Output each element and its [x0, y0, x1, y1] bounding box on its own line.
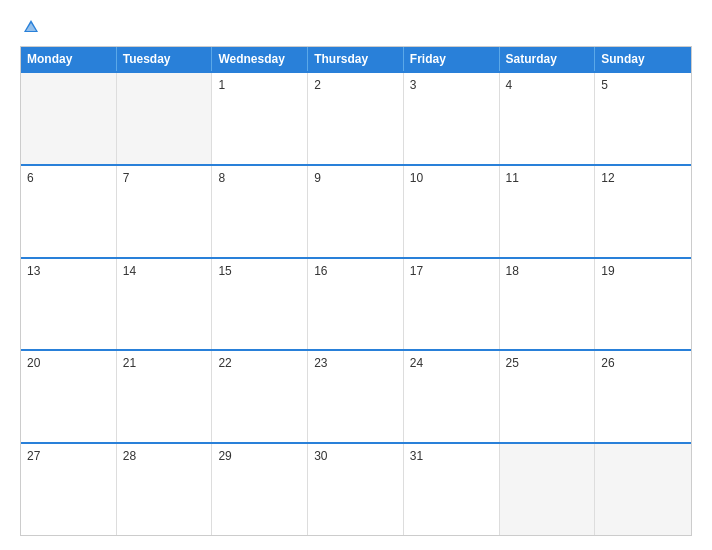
cal-cell-12: 12 — [595, 166, 691, 257]
cal-header-wednesday: Wednesday — [212, 47, 308, 71]
day-number: 5 — [601, 78, 685, 92]
cal-cell-2: 2 — [308, 73, 404, 164]
cal-header-friday: Friday — [404, 47, 500, 71]
cal-cell-27: 27 — [21, 444, 117, 535]
day-number: 27 — [27, 449, 110, 463]
cal-cell-7: 7 — [117, 166, 213, 257]
day-number: 19 — [601, 264, 685, 278]
calendar-week-3: 13141516171819 — [21, 257, 691, 350]
day-number: 17 — [410, 264, 493, 278]
cal-cell-22: 22 — [212, 351, 308, 442]
day-number: 26 — [601, 356, 685, 370]
cal-cell-10: 10 — [404, 166, 500, 257]
logo — [20, 18, 40, 36]
day-number: 8 — [218, 171, 301, 185]
cal-cell-24: 24 — [404, 351, 500, 442]
day-number: 22 — [218, 356, 301, 370]
day-number: 1 — [218, 78, 301, 92]
calendar-week-1: 12345 — [21, 71, 691, 164]
day-number: 30 — [314, 449, 397, 463]
day-number: 16 — [314, 264, 397, 278]
day-number: 15 — [218, 264, 301, 278]
day-number: 4 — [506, 78, 589, 92]
calendar-week-5: 2728293031 — [21, 442, 691, 535]
cal-cell-23: 23 — [308, 351, 404, 442]
cal-cell-8: 8 — [212, 166, 308, 257]
day-number: 23 — [314, 356, 397, 370]
day-number: 7 — [123, 171, 206, 185]
cal-header-tuesday: Tuesday — [117, 47, 213, 71]
cal-cell-17: 17 — [404, 259, 500, 350]
day-number: 28 — [123, 449, 206, 463]
day-number: 31 — [410, 449, 493, 463]
cal-cell-empty-1 — [117, 73, 213, 164]
cal-cell-11: 11 — [500, 166, 596, 257]
cal-cell-3: 3 — [404, 73, 500, 164]
logo-icon — [22, 18, 40, 36]
cal-cell-4: 4 — [500, 73, 596, 164]
calendar-header-row: MondayTuesdayWednesdayThursdayFridaySatu… — [21, 47, 691, 71]
cal-cell-14: 14 — [117, 259, 213, 350]
cal-cell-empty-6 — [595, 444, 691, 535]
cal-cell-9: 9 — [308, 166, 404, 257]
cal-cell-30: 30 — [308, 444, 404, 535]
cal-cell-25: 25 — [500, 351, 596, 442]
cal-cell-28: 28 — [117, 444, 213, 535]
cal-cell-15: 15 — [212, 259, 308, 350]
cal-cell-13: 13 — [21, 259, 117, 350]
cal-cell-5: 5 — [595, 73, 691, 164]
cal-cell-1: 1 — [212, 73, 308, 164]
cal-cell-26: 26 — [595, 351, 691, 442]
cal-cell-21: 21 — [117, 351, 213, 442]
cal-cell-20: 20 — [21, 351, 117, 442]
calendar-week-2: 6789101112 — [21, 164, 691, 257]
day-number: 21 — [123, 356, 206, 370]
day-number: 2 — [314, 78, 397, 92]
cal-header-saturday: Saturday — [500, 47, 596, 71]
day-number: 13 — [27, 264, 110, 278]
day-number: 3 — [410, 78, 493, 92]
day-number: 9 — [314, 171, 397, 185]
day-number: 6 — [27, 171, 110, 185]
cal-cell-19: 19 — [595, 259, 691, 350]
cal-cell-31: 31 — [404, 444, 500, 535]
calendar-grid: MondayTuesdayWednesdayThursdayFridaySatu… — [20, 46, 692, 536]
day-number: 14 — [123, 264, 206, 278]
cal-cell-empty-5 — [500, 444, 596, 535]
calendar-body: 1234567891011121314151617181920212223242… — [21, 71, 691, 535]
cal-header-thursday: Thursday — [308, 47, 404, 71]
cal-cell-6: 6 — [21, 166, 117, 257]
day-number: 10 — [410, 171, 493, 185]
cal-header-monday: Monday — [21, 47, 117, 71]
day-number: 25 — [506, 356, 589, 370]
day-number: 29 — [218, 449, 301, 463]
cal-cell-18: 18 — [500, 259, 596, 350]
header — [20, 18, 692, 36]
calendar-page: MondayTuesdayWednesdayThursdayFridaySatu… — [0, 0, 712, 550]
cal-header-sunday: Sunday — [595, 47, 691, 71]
calendar-week-4: 20212223242526 — [21, 349, 691, 442]
cal-cell-empty-0 — [21, 73, 117, 164]
day-number: 12 — [601, 171, 685, 185]
day-number: 11 — [506, 171, 589, 185]
cal-cell-16: 16 — [308, 259, 404, 350]
day-number: 24 — [410, 356, 493, 370]
day-number: 20 — [27, 356, 110, 370]
day-number: 18 — [506, 264, 589, 278]
cal-cell-29: 29 — [212, 444, 308, 535]
